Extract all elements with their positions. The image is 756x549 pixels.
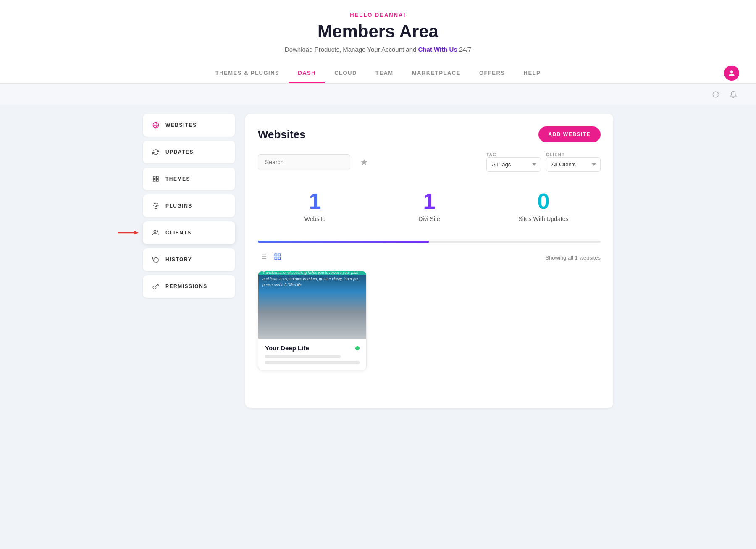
sidebar-item-websites[interactable]: WEBSITES	[143, 114, 235, 137]
clients-icon	[151, 228, 160, 237]
view-icons	[258, 251, 283, 264]
sidebar-item-permissions[interactable]: PERMISSIONS	[143, 275, 235, 298]
nav-cloud[interactable]: CLOUD	[325, 63, 366, 83]
svg-rect-6	[153, 179, 155, 181]
nav-underline	[0, 83, 756, 83]
stat-label-website: Website	[258, 215, 372, 222]
nav-dash[interactable]: DASH	[289, 63, 325, 83]
progress-bar-fill	[258, 241, 429, 243]
nav-team[interactable]: TEAM	[366, 63, 403, 83]
stat-number-updates: 0	[486, 190, 601, 212]
favorite-star-icon[interactable]: ★	[360, 157, 368, 167]
sidebar-item-clients[interactable]: CLIENTS	[143, 221, 235, 244]
svg-rect-5	[156, 179, 158, 181]
view-controls: Showing all 1 websites	[258, 251, 601, 264]
svg-point-7	[155, 205, 157, 207]
card-url-line2	[265, 361, 360, 364]
card-status-dot	[355, 346, 360, 350]
svg-rect-21	[275, 254, 277, 256]
stat-website: 1 Website	[258, 184, 372, 229]
subtitle-after: 24/7	[459, 46, 471, 53]
cards-grid: Transformational coaching helps you to r…	[258, 271, 601, 370]
stat-label-divi: Divi Site	[372, 215, 486, 222]
svg-point-14	[154, 230, 156, 232]
stats-row: 1 Website 1 Divi Site 0 Sites With Updat…	[258, 184, 601, 229]
updates-icon	[151, 147, 160, 157]
content-area: Websites ADD WEBSITE ★ TAG All Tags CLIE…	[245, 114, 613, 408]
nav-wrapper: THEMES & PLUGINS DASH CLOUD TEAM MARKETP…	[0, 63, 756, 83]
list-view-icon[interactable]	[258, 251, 269, 264]
svg-rect-24	[275, 257, 277, 260]
nav-marketplace[interactable]: MARKETPLACE	[403, 63, 470, 83]
themes-icon	[151, 174, 160, 184]
nav-right-icons	[720, 66, 739, 81]
grid-view-icon[interactable]	[272, 251, 283, 264]
sidebar-item-plugins[interactable]: PLUGINS	[143, 194, 235, 217]
search-filters: ★ TAG All Tags CLIENT All Clients	[258, 152, 601, 172]
card-screenshot-text: Transformational coaching helps you to r…	[262, 271, 362, 288]
subtitle-before: Download Products, Manage Your Account a…	[285, 46, 417, 53]
svg-marker-13	[134, 231, 139, 234]
notifications-icon[interactable]	[727, 89, 739, 100]
add-website-button[interactable]: ADD WEBSITE	[538, 126, 601, 142]
sidebar: WEBSITES UPDATES THEMES	[143, 114, 235, 408]
clients-container: CLIENTS	[143, 221, 235, 244]
sidebar-label-permissions: PERMISSIONS	[165, 284, 207, 289]
history-icon	[151, 255, 160, 264]
showing-count: Showing all 1 websites	[545, 255, 601, 261]
main-layout: WEBSITES UPDATES THEMES	[126, 114, 630, 408]
client-label: CLIENT	[546, 152, 601, 157]
nav-offers[interactable]: OFFERS	[470, 63, 514, 83]
content-header: Websites ADD WEBSITE	[258, 126, 601, 142]
sidebar-item-history[interactable]: HISTORY	[143, 248, 235, 271]
svg-point-0	[730, 70, 733, 73]
svg-rect-23	[278, 257, 281, 260]
content-title: Websites	[258, 128, 306, 141]
stat-number-website: 1	[258, 190, 372, 212]
nav-bar: THEMES & PLUGINS DASH CLOUD TEAM MARKETP…	[0, 63, 756, 83]
client-select[interactable]: All Clients	[546, 157, 601, 172]
refresh-icon[interactable]	[710, 89, 722, 100]
websites-icon	[151, 121, 160, 130]
svg-rect-4	[156, 176, 158, 179]
sidebar-label-clients: CLIENTS	[165, 230, 192, 236]
toolbar	[0, 84, 756, 105]
filter-group: TAG All Tags CLIENT All Clients	[486, 152, 601, 172]
sidebar-label-history: HISTORY	[165, 257, 192, 263]
progress-bar	[258, 241, 601, 243]
hello-greeting: HELLO DEANNA!	[0, 12, 756, 18]
stat-label-updates: Sites With Updates	[486, 215, 601, 222]
subtitle: Download Products, Manage Your Account a…	[0, 46, 756, 53]
sidebar-label-themes: THEMES	[165, 176, 190, 182]
search-input[interactable]	[258, 154, 350, 170]
card-name-row: Your Deep Life	[265, 344, 360, 352]
page-header: HELLO DEANNA! Members Area Download Prod…	[0, 0, 756, 84]
sidebar-item-themes[interactable]: THEMES	[143, 168, 235, 190]
plugins-icon	[151, 201, 160, 210]
stat-number-divi: 1	[372, 190, 486, 212]
sidebar-label-updates: UPDATES	[165, 149, 194, 155]
sidebar-item-updates[interactable]: UPDATES	[143, 141, 235, 163]
arrow-indicator	[118, 229, 139, 237]
nav-help[interactable]: HELP	[514, 63, 550, 83]
card-url-line1	[265, 355, 341, 358]
card-site-name: Your Deep Life	[265, 344, 309, 352]
stat-divi: 1 Divi Site	[372, 184, 486, 229]
tag-select[interactable]: All Tags	[486, 157, 541, 172]
svg-rect-22	[278, 254, 281, 256]
tag-label: TAG	[486, 152, 541, 157]
chat-link[interactable]: Chat With Us	[418, 46, 457, 53]
sidebar-label-plugins: PLUGINS	[165, 203, 192, 209]
stat-updates: 0 Sites With Updates	[486, 184, 601, 229]
page-title: Members Area	[0, 21, 756, 42]
nav-themes-plugins[interactable]: THEMES & PLUGINS	[206, 63, 289, 83]
card-screenshot: Transformational coaching helps you to r…	[258, 271, 366, 339]
sidebar-label-websites: WEBSITES	[165, 122, 197, 128]
permissions-icon	[151, 282, 160, 291]
card-info: Your Deep Life	[258, 339, 366, 370]
website-card[interactable]: Transformational coaching helps you to r…	[258, 271, 367, 370]
client-filter-group: CLIENT All Clients	[546, 152, 601, 172]
user-avatar[interactable]	[724, 66, 739, 81]
tag-filter-group: TAG All Tags	[486, 152, 541, 172]
svg-rect-3	[153, 176, 155, 179]
